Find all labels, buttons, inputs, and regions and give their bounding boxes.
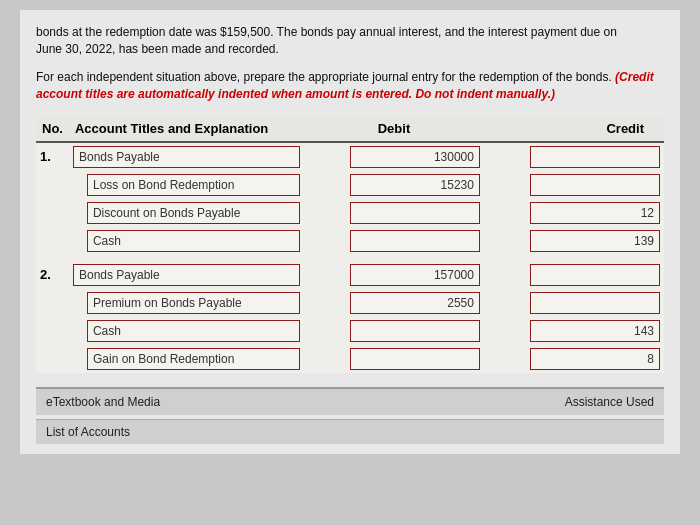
credit-input[interactable] bbox=[484, 289, 664, 317]
table-row: Discount on Bonds Payable12 bbox=[36, 199, 664, 227]
table-row: Loss on Bond Redemption15230 bbox=[36, 171, 664, 199]
intro-text: bonds at the redemption date was $159,50… bbox=[36, 24, 664, 59]
instruction-text: For each independent situation above, pr… bbox=[36, 69, 664, 104]
table-row: 1.Bonds Payable130000 bbox=[36, 142, 664, 171]
col-account: Account Titles and Explanation bbox=[69, 116, 304, 142]
credit-input[interactable] bbox=[484, 261, 664, 289]
entry-number bbox=[36, 227, 69, 255]
account-input[interactable]: Gain on Bond Redemption bbox=[69, 345, 304, 373]
credit-input[interactable]: 139 bbox=[484, 227, 664, 255]
account-input[interactable]: Bonds Payable bbox=[69, 261, 304, 289]
entry-number bbox=[36, 171, 69, 199]
account-input[interactable]: Cash bbox=[69, 227, 304, 255]
debit-input[interactable]: 2550 bbox=[304, 289, 484, 317]
debit-input[interactable] bbox=[304, 199, 484, 227]
debit-input[interactable] bbox=[304, 317, 484, 345]
entry-number bbox=[36, 199, 69, 227]
col-debit: Debit bbox=[304, 116, 484, 142]
col-credit: Credit bbox=[484, 116, 664, 142]
debit-input[interactable] bbox=[304, 227, 484, 255]
table-row: 2.Bonds Payable157000 bbox=[36, 261, 664, 289]
credit-input[interactable]: 12 bbox=[484, 199, 664, 227]
debit-input[interactable]: 15230 bbox=[304, 171, 484, 199]
journal-table: No. Account Titles and Explanation Debit… bbox=[36, 116, 664, 373]
table-row: Cash143 bbox=[36, 317, 664, 345]
footer-accounts[interactable]: List of Accounts bbox=[36, 419, 664, 444]
col-no: No. bbox=[36, 116, 69, 142]
debit-input[interactable]: 130000 bbox=[304, 142, 484, 171]
account-input[interactable]: Loss on Bond Redemption bbox=[69, 171, 304, 199]
credit-input[interactable] bbox=[484, 142, 664, 171]
table-row: Cash139 bbox=[36, 227, 664, 255]
etextbook-label: eTextbook and Media bbox=[46, 395, 160, 409]
credit-input[interactable]: 143 bbox=[484, 317, 664, 345]
debit-input[interactable]: 157000 bbox=[304, 261, 484, 289]
entry-number: 2. bbox=[36, 261, 69, 289]
account-input[interactable]: Discount on Bonds Payable bbox=[69, 199, 304, 227]
assistance-label: Assistance Used bbox=[565, 395, 654, 409]
entry-number bbox=[36, 317, 69, 345]
credit-input[interactable] bbox=[484, 171, 664, 199]
account-input[interactable]: Bonds Payable bbox=[69, 142, 304, 171]
table-row: Premium on Bonds Payable2550 bbox=[36, 289, 664, 317]
account-input[interactable]: Cash bbox=[69, 317, 304, 345]
entry-number: 1. bbox=[36, 142, 69, 171]
credit-input[interactable]: 8 bbox=[484, 345, 664, 373]
entry-number bbox=[36, 289, 69, 317]
debit-input[interactable] bbox=[304, 345, 484, 373]
main-page: bonds at the redemption date was $159,50… bbox=[20, 10, 680, 454]
table-row: Gain on Bond Redemption8 bbox=[36, 345, 664, 373]
entry-number bbox=[36, 345, 69, 373]
account-input[interactable]: Premium on Bonds Payable bbox=[69, 289, 304, 317]
footer-bar: eTextbook and Media Assistance Used bbox=[36, 387, 664, 415]
